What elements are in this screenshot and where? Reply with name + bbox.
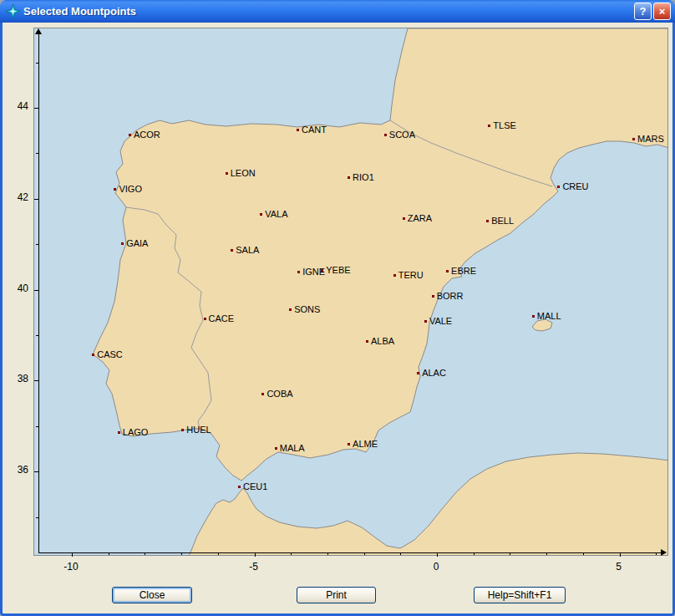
- station-marker-MARS: [632, 138, 635, 140]
- station-label-ACOR: ACOR: [134, 130, 160, 140]
- station-marker-BELL: [486, 220, 489, 222]
- y-tick-label: 44: [5, 100, 28, 112]
- station-label-VIGO: VIGO: [119, 184, 142, 195]
- titlebar-help-button[interactable]: ?: [634, 3, 652, 20]
- dialog-window: Selected Mountpoints ? × ACORCANTSCOATLS…: [0, 0, 675, 616]
- station-marker-RIO1: [348, 176, 350, 179]
- y-tick-label: 38: [5, 373, 28, 384]
- station-marker-VIGO: [114, 188, 116, 191]
- station-marker-TERU: [393, 274, 396, 277]
- station-marker-CREU: [557, 186, 560, 188]
- station-label-ALAC: ALAC: [422, 368, 446, 379]
- station-label-TLSE: TLSE: [493, 120, 516, 131]
- y-axis-arrow-icon: [35, 28, 42, 34]
- station-label-LAGO: LAGO: [123, 427, 149, 438]
- landmass-iberia-france: [93, 28, 667, 481]
- station-label-SALA: SALA: [236, 245, 259, 256]
- station-marker-ZARA: [403, 217, 405, 220]
- station-label-MALA: MALA: [280, 443, 305, 454]
- station-marker-ALAC: [417, 372, 419, 374]
- y-tick-label: 42: [5, 191, 28, 203]
- station-marker-IGNE: [297, 271, 300, 273]
- station-label-VALE: VALE: [429, 316, 452, 327]
- station-label-COBA: COBA: [266, 389, 292, 400]
- titlebar[interactable]: Selected Mountpoints ? ×: [0, 0, 675, 23]
- station-marker-TLSE: [488, 125, 490, 127]
- station-marker-YEBE: [321, 269, 323, 272]
- station-marker-BORR: [432, 295, 434, 298]
- y-tick-label: 40: [5, 283, 28, 294]
- station-label-ALME: ALME: [353, 439, 378, 450]
- station-label-TERU: TERU: [398, 270, 424, 281]
- station-label-GAIA: GAIA: [126, 238, 148, 249]
- station-label-CEU1: CEU1: [243, 481, 267, 492]
- x-tick-label: 0: [419, 561, 453, 573]
- station-marker-SCOA: [384, 134, 387, 136]
- y-tick-label: 36: [5, 464, 28, 476]
- station-marker-ALBA: [366, 340, 368, 343]
- iberia-map: [34, 28, 667, 555]
- station-label-HUEL: HUEL: [186, 425, 211, 435]
- station-marker-ACOR: [129, 134, 131, 136]
- x-tick-label: -10: [54, 561, 88, 573]
- app-icon: [6, 4, 20, 18]
- station-marker-MALL: [532, 315, 535, 318]
- station-marker-CANT: [297, 129, 299, 131]
- titlebar-close-button[interactable]: ×: [653, 3, 671, 20]
- station-label-CREU: CREU: [562, 181, 588, 192]
- station-marker-CASC: [92, 354, 94, 356]
- station-marker-VALA: [260, 213, 262, 216]
- station-label-BORR: BORR: [437, 291, 464, 302]
- window-title: Selected Mountpoints: [23, 5, 632, 18]
- station-label-ZARA: ZARA: [408, 213, 432, 224]
- station-label-SCOA: SCOA: [389, 130, 415, 140]
- station-marker-SALA: [231, 249, 233, 252]
- station-label-SONS: SONS: [294, 304, 320, 315]
- station-marker-CACE: [204, 318, 206, 320]
- station-label-RIO1: RIO1: [353, 172, 374, 183]
- station-marker-COBA: [261, 393, 264, 395]
- station-marker-EBRE: [446, 270, 449, 272]
- station-marker-MALA: [275, 447, 277, 450]
- station-marker-GAIA: [121, 242, 124, 245]
- station-label-BELL: BELL: [491, 216, 514, 227]
- station-label-YEBE: YEBE: [326, 265, 350, 276]
- station-marker-SONS: [289, 308, 292, 311]
- y-axis-line: [38, 33, 39, 553]
- station-label-LEON: LEON: [231, 168, 256, 179]
- x-axis-arrow-icon: [661, 549, 667, 556]
- station-label-ALBA: ALBA: [371, 336, 394, 347]
- x-axis-line: [38, 552, 661, 553]
- station-marker-HUEL: [181, 429, 184, 431]
- station-label-CACE: CACE: [209, 313, 235, 324]
- x-tick-label: 5: [602, 561, 636, 573]
- landmass-north-africa: [189, 453, 667, 555]
- station-marker-VALE: [424, 320, 427, 323]
- x-tick-label: -5: [237, 561, 271, 573]
- station-label-EBRE: EBRE: [451, 266, 476, 277]
- close-button[interactable]: Close: [112, 587, 192, 603]
- station-marker-ALME: [348, 443, 350, 445]
- station-marker-LEON: [226, 172, 228, 175]
- station-label-MALL: MALL: [537, 311, 561, 322]
- station-label-VALA: VALA: [265, 209, 287, 220]
- print-button[interactable]: Print: [297, 587, 376, 603]
- station-label-CANT: CANT: [302, 125, 327, 135]
- station-marker-LAGO: [118, 431, 120, 434]
- help-shortcut-button[interactable]: Help=Shift+F1: [474, 587, 566, 603]
- station-marker-CEU1: [238, 486, 241, 488]
- station-label-CASC: CASC: [97, 349, 123, 360]
- station-label-MARS: MARS: [637, 134, 664, 145]
- map-plot: ACORCANTSCOATLSEMARSVIGOLEONRIO1CREUVALA…: [33, 28, 668, 556]
